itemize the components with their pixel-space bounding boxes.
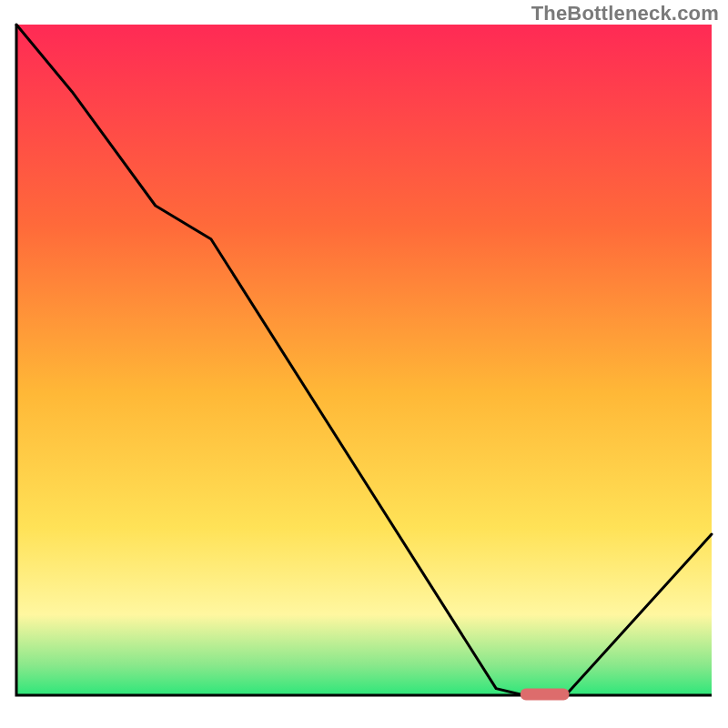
gradient-panel (16, 25, 712, 695)
optimal-marker (521, 689, 570, 701)
bottleneck-chart (0, 0, 728, 728)
chart-stage: TheBottleneck.com (0, 0, 728, 728)
